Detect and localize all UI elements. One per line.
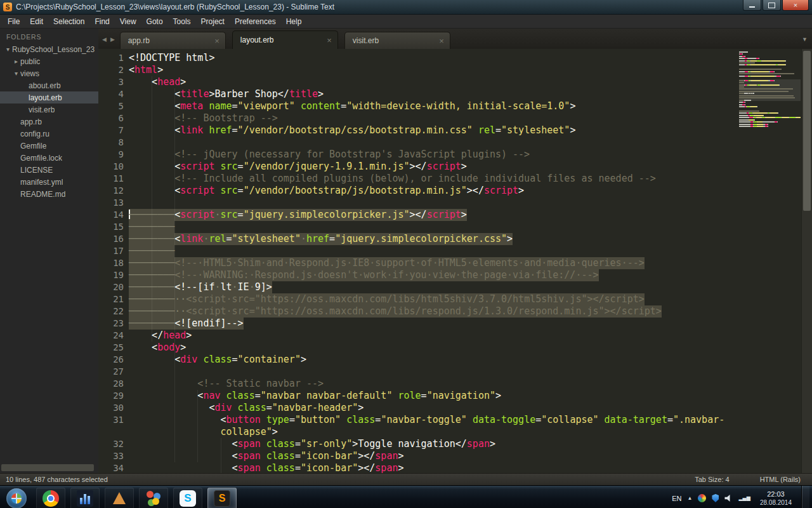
update-tray-icon[interactable] (698, 494, 706, 502)
line-number[interactable]: 14 (98, 209, 124, 221)
code-line[interactable]: ────────<link·rel="stylesheet"·href="jqu… (129, 233, 513, 245)
code-line[interactable]: ────────··<script·src="https://oss.maxcd… (129, 293, 645, 305)
line-number[interactable]: 22 (98, 305, 124, 318)
colorful-app-taskbar-button[interactable] (139, 488, 168, 508)
sidebar-item-public[interactable]: ▸public (0, 55, 98, 67)
line-number[interactable]: 17 (98, 245, 124, 257)
line-number[interactable]: 6 (98, 112, 124, 124)
sidebar-item-app.rb[interactable]: app.rb (0, 116, 98, 128)
tab-close-icon[interactable]: × (214, 37, 219, 45)
line-number[interactable]: 20 (98, 281, 124, 293)
close-button[interactable]: × (782, 0, 809, 11)
security-tray-icon[interactable] (712, 494, 719, 502)
sidebar-item-README.md[interactable]: README.md (0, 188, 98, 200)
tab-scroll-right-icon[interactable]: ▶ (110, 36, 115, 43)
line-number[interactable]: 12 (98, 185, 124, 197)
code-line[interactable]: <!-- Include all compiled plugins (below… (129, 173, 656, 185)
line-number[interactable]: 2 (98, 64, 124, 76)
minimap[interactable] (738, 49, 802, 130)
line-number[interactable]: 10 (98, 161, 124, 173)
line-number[interactable]: 9 (98, 149, 124, 161)
sidebar-horizontal-scrollbar[interactable] (1, 464, 94, 471)
line-number[interactable]: 4 (98, 88, 124, 100)
scrollbar-thumb[interactable] (803, 51, 811, 211)
menu-item-file[interactable]: File (3, 16, 25, 27)
line-number[interactable]: 18 (98, 257, 124, 269)
tab-overflow-icon[interactable]: ▼ (802, 36, 808, 43)
code-line[interactable]: ────────<script·src="jquery.simplecolorp… (129, 209, 467, 221)
menu-item-goto[interactable]: Goto (141, 16, 168, 27)
sidebar-item-visit.erb[interactable]: visit.erb (0, 104, 98, 116)
blue-bars-app-taskbar-button[interactable] (70, 488, 100, 508)
code-line[interactable]: collapse"> (129, 426, 278, 438)
line-number[interactable]: 16 (98, 233, 124, 245)
line-number[interactable]: 21 (98, 293, 124, 305)
code-line[interactable]: </head> (129, 330, 192, 342)
line-number[interactable]: 19 (98, 269, 124, 281)
sidebar-item-config.ru[interactable]: config.ru (0, 128, 98, 140)
hidden-icons-button[interactable]: ▲ (688, 495, 693, 501)
line-number[interactable]: 3 (98, 76, 124, 88)
tab-close-icon[interactable]: × (327, 36, 332, 44)
line-number[interactable]: 5 (98, 100, 124, 112)
sidebar-item-views[interactable]: ▾views (0, 67, 98, 79)
menu-item-help[interactable]: Help (281, 16, 307, 27)
language-indicator[interactable]: EN (672, 495, 681, 502)
sidebar-item-RubySchool_Lesson_23[interactable]: ▾RubySchool_Lesson_23 (0, 43, 98, 55)
menu-item-view[interactable]: View (115, 16, 141, 27)
line-number[interactable]: 24 (98, 330, 124, 342)
tab-scroll-left-icon[interactable]: ◀ (102, 36, 107, 43)
sublime-taskbar-button[interactable]: S (207, 488, 237, 508)
code-line[interactable]: <button type="button" class="navbar-togg… (129, 414, 724, 426)
menu-item-edit[interactable]: Edit (25, 16, 48, 27)
code-line[interactable]: <title>Barber Shop</title> (129, 88, 324, 100)
code-line[interactable]: <div class="container"> (129, 354, 306, 366)
sidebar-item-Gemfile[interactable]: Gemfile (0, 140, 98, 152)
menu-item-find[interactable]: Find (89, 16, 114, 27)
code-line[interactable]: <link href="/vendor/bootstrap/css/bootst… (129, 124, 575, 137)
line-number[interactable]: 13 (98, 197, 124, 209)
skype-taskbar-button[interactable]: S (173, 488, 202, 508)
code-line[interactable]: ────────<!--·WARNING:·Respond.js·doesn't… (129, 269, 599, 281)
menu-item-project[interactable]: Project (196, 16, 230, 27)
tab-layout.erb[interactable]: layout.erb× (232, 30, 338, 49)
tab-close-icon[interactable]: × (439, 37, 444, 45)
code-line[interactable]: <script src="/vendor/jquery-1.9.1.min.js… (129, 161, 467, 173)
code-line[interactable]: ────────<!--·HTML5·Shim·and·Respond.js·I… (129, 257, 645, 269)
code-line[interactable]: ────────<!--[if·lt·IE·9]> (129, 281, 272, 293)
code-line[interactable]: <meta name="viewport" content="width=dev… (129, 100, 575, 112)
line-number[interactable]: 28 (98, 378, 124, 390)
line-number[interactable]: 26 (98, 354, 124, 366)
code-line[interactable]: <span class="sr-only">Toggle navigation<… (129, 438, 495, 450)
line-number[interactable]: 30 (98, 402, 124, 414)
maximize-button[interactable] (763, 0, 781, 11)
code-area[interactable]: 1<!DOCTYPE html>2<html>3 <head>4 <title>… (98, 49, 802, 473)
sidebar-item-Gemfile.lock[interactable]: Gemfile.lock (0, 152, 98, 164)
clock[interactable]: 22:03 28.08.2014 (756, 490, 796, 507)
menu-item-selection[interactable]: Selection (48, 16, 89, 27)
sidebar-item-layout.erb[interactable]: layout.erb (0, 91, 98, 104)
sidebar-item-about.erb[interactable]: about.erb (0, 79, 98, 91)
line-number[interactable]: 29 (98, 390, 124, 402)
code-line[interactable]: ────────··<script·src="https://oss.maxcd… (129, 305, 662, 318)
code-line[interactable]: <!-- Static navbar --> (129, 378, 324, 390)
chrome-taskbar-button[interactable] (36, 488, 65, 508)
code-line[interactable]: <body> (129, 342, 186, 354)
start-button[interactable] (4, 488, 29, 508)
line-number[interactable]: 7 (98, 124, 124, 137)
line-number[interactable]: 32 (98, 438, 124, 450)
tab-size-indicator[interactable]: Tab Size: 4 (695, 476, 729, 483)
line-number[interactable]: 25 (98, 342, 124, 354)
line-number[interactable]: 23 (98, 318, 124, 330)
code-line[interactable]: <div class="navbar-header"> (129, 402, 363, 414)
network-icon[interactable]: ▂▄▆ (738, 495, 750, 501)
show-desktop-button[interactable] (801, 486, 809, 508)
syntax-indicator[interactable]: HTML (Rails) (760, 476, 801, 483)
menu-item-tools[interactable]: Tools (168, 16, 196, 27)
code-line[interactable]: <html> (129, 64, 163, 76)
code-line[interactable]: ────────<![endif]--> (129, 318, 244, 330)
line-number[interactable]: 1 (98, 52, 124, 64)
sidebar-item-manifest.yml[interactable]: manifest.yml (0, 176, 98, 188)
line-number[interactable]: 8 (98, 137, 124, 149)
menu-item-preferences[interactable]: Preferences (230, 16, 281, 27)
